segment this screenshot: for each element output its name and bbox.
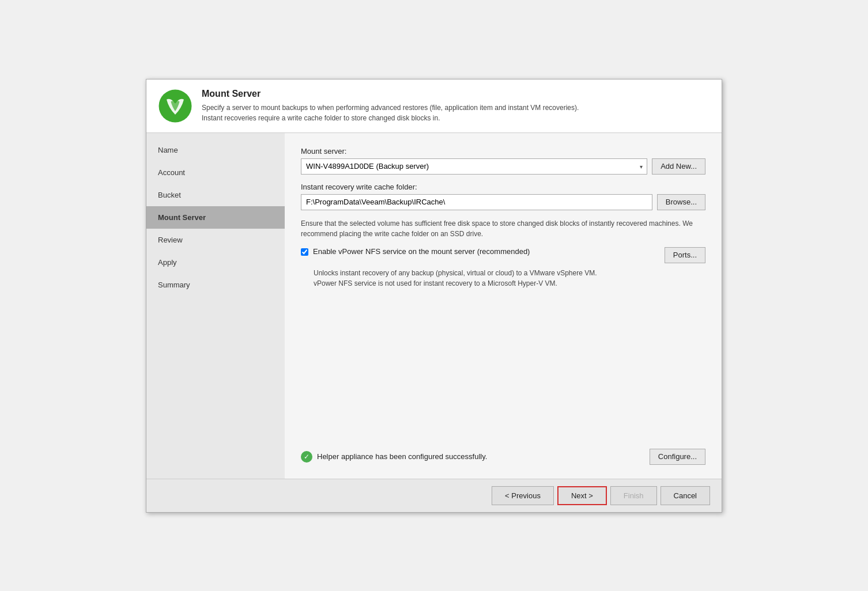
sidebar-item-account[interactable]: Account <box>146 161 285 184</box>
vpower-checkbox-label[interactable]: Enable vPower NFS service on the mount s… <box>313 247 665 256</box>
mount-server-select-wrapper: WIN-V4899A1D0DE (Backup server) ▾ <box>301 158 647 175</box>
dialog-header: Mount Server Specify a server to mount b… <box>146 79 722 133</box>
content-area: Mount server: WIN-V4899A1D0DE (Backup se… <box>285 133 722 479</box>
add-new-button[interactable]: Add New... <box>652 158 705 175</box>
vpower-checkbox[interactable] <box>301 248 308 256</box>
browse-button[interactable]: Browse... <box>657 194 705 210</box>
cache-folder-row: Browse... <box>301 194 705 210</box>
configure-button[interactable]: Configure... <box>650 449 705 465</box>
cache-folder-label: Instant recovery write cache folder: <box>301 183 705 191</box>
form-section: Mount server: WIN-V4899A1D0DE (Backup se… <box>301 147 705 442</box>
sidebar-item-review[interactable]: Review <box>146 229 285 251</box>
vpower-note: Unlocks instant recovery of any backup (… <box>314 268 705 289</box>
header-description: Specify a server to mount backups to whe… <box>202 103 579 123</box>
success-icon: ✓ <box>301 451 312 463</box>
finish-button[interactable]: Finish <box>610 486 657 505</box>
previous-button[interactable]: < Previous <box>492 486 554 505</box>
next-button[interactable]: Next > <box>557 486 607 505</box>
veeam-logo <box>158 89 193 123</box>
dialog-title: Mount Server <box>202 89 579 99</box>
mount-server-row: WIN-V4899A1D0DE (Backup server) ▾ Add Ne… <box>301 158 705 175</box>
vpower-checkbox-row: Enable vPower NFS service on the mount s… <box>301 247 705 263</box>
cache-note: Ensure that the selected volume has suff… <box>301 218 705 239</box>
dialog-window: Mount Server Specify a server to mount b… <box>146 79 722 513</box>
sidebar-item-mount-server[interactable]: Mount Server <box>146 206 285 229</box>
sidebar-item-bucket[interactable]: Bucket <box>146 184 285 206</box>
header-text-block: Mount Server Specify a server to mount b… <box>202 89 579 123</box>
sidebar-item-summary[interactable]: Summary <box>146 274 285 296</box>
status-row: ✓ Helper appliance has been configured s… <box>301 442 705 465</box>
mount-server-label: Mount server: <box>301 147 705 156</box>
sidebar: Name Account Bucket Mount Server Review … <box>146 133 285 479</box>
cache-folder-input[interactable] <box>301 194 652 210</box>
cancel-button[interactable]: Cancel <box>661 486 710 505</box>
sidebar-item-name[interactable]: Name <box>146 139 285 161</box>
sidebar-item-apply[interactable]: Apply <box>146 251 285 274</box>
ports-button[interactable]: Ports... <box>665 247 705 263</box>
dialog-body: Name Account Bucket Mount Server Review … <box>146 133 722 479</box>
mount-server-select[interactable]: WIN-V4899A1D0DE (Backup server) <box>301 158 647 175</box>
dialog-footer: < Previous Next > Finish Cancel <box>146 479 722 512</box>
status-message: ✓ Helper appliance has been configured s… <box>301 451 487 463</box>
